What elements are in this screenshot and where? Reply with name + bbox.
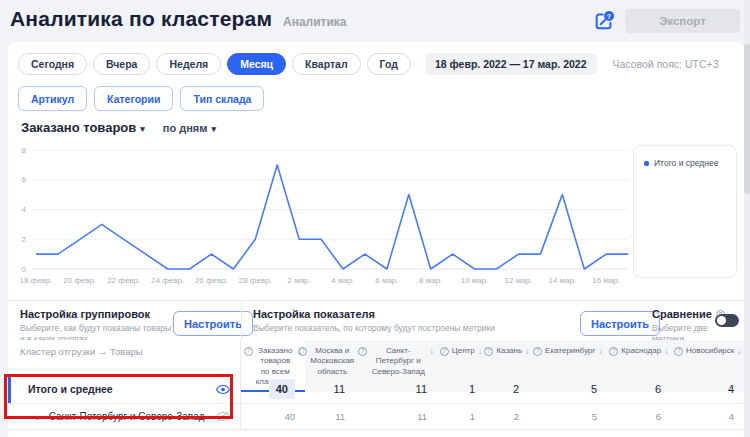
cell-value: 40 (241, 383, 305, 395)
cell-value: 4 (671, 383, 744, 395)
y-axis-tick-label: 0 (22, 265, 27, 274)
metric-info-icon[interactable]: ? (484, 347, 493, 356)
period-pill-today[interactable]: Сегодня (18, 53, 87, 75)
cell-value: 2 (485, 383, 529, 395)
row-label: Санкт-Петербург и Северо-Запад (49, 411, 205, 422)
period-pill-quarter[interactable]: Квартал (292, 53, 361, 75)
y-axis-tick-label: 8 (22, 146, 27, 155)
metric-info-icon[interactable]: ? (533, 347, 542, 356)
cell-value: 11 (305, 383, 355, 395)
visibility-on-icon[interactable] (216, 384, 230, 395)
filter-button-categories[interactable]: Категории (94, 86, 173, 111)
metric-select[interactable]: Заказано товаров▾ (21, 120, 145, 135)
orders-line-chart: 0246818 февр.20 февр.22 февр.24 февр.26 … (8, 139, 638, 289)
granularity-select-label: по дням (163, 122, 208, 134)
svg-text:?: ? (607, 12, 612, 21)
period-pill-month[interactable]: Месяц (227, 53, 286, 75)
indicator-subtitle: Выберите показатель, по которому будут п… (253, 323, 583, 334)
grouping-title: Настройка группировок (20, 308, 172, 320)
metric-info-icon[interactable]: ? (298, 347, 307, 356)
sorted-value-highlight: 40 (269, 379, 295, 399)
column-header-label: Центр (452, 346, 475, 388)
x-axis-tick-label: 10 мар. (461, 276, 489, 285)
cell-value: 40 (241, 411, 305, 422)
column-header-label: Краснодар (621, 346, 661, 388)
cell-value: 2 (485, 411, 529, 422)
configure-indicator-button[interactable]: Настроить (580, 311, 660, 336)
cell-value: 1 (437, 411, 485, 422)
sort-desc-icon[interactable]: ↓ (664, 346, 669, 388)
filter-button-warehouse-type[interactable]: Тип склада (180, 86, 264, 111)
legend-item[interactable]: Итого и среднее (644, 158, 726, 168)
content-card: СегодняВчераНеделяМесяцКварталГод 18 фев… (8, 42, 744, 437)
x-axis-tick-label: 18 февр. (19, 276, 52, 285)
x-axis-tick-label: 14 мар. (548, 276, 576, 285)
metric-info-icon[interactable]: ? (244, 347, 253, 356)
x-axis-tick-label: 8 мар. (419, 276, 442, 285)
period-filter-row: СегодняВчераНеделяМесяцКварталГод 18 фев… (18, 53, 718, 75)
row-count-label: Кол-во строк: 1 из 1 (8, 430, 744, 437)
date-range-chip[interactable]: 18 февр. 2022 — 17 мар. 2022 (425, 53, 597, 75)
sort-desc-icon[interactable]: ↓ (598, 346, 603, 388)
filter-button-article[interactable]: Артикул (18, 86, 87, 111)
y-axis-tick-label: 6 (22, 175, 27, 184)
metric-info-icon[interactable]: ? (674, 347, 683, 356)
sort-desc-icon[interactable]: ↓ (478, 346, 483, 388)
metric-info-icon[interactable]: ? (609, 347, 618, 356)
column-header-label: Новосибирск (686, 346, 734, 388)
chevron-down-icon: ▾ (140, 124, 145, 134)
x-axis-tick-label: 6 мар. (375, 276, 398, 285)
settings-divider (241, 301, 242, 340)
timezone-label: Часовой пояс: UTC+3 (613, 58, 719, 70)
y-axis-tick-label: 2 (22, 235, 27, 244)
cell-value: 5 (529, 411, 607, 422)
x-axis-tick-label: 26 февр. (195, 276, 228, 285)
metric-select-label: Заказано товаров (21, 120, 136, 135)
x-axis-tick-label: 12 мар. (505, 276, 533, 285)
visibility-off-icon[interactable] (216, 411, 230, 422)
export-button[interactable]: Экспорт (625, 9, 740, 33)
period-pill-year[interactable]: Год (367, 53, 411, 75)
breadcrumb[interactable]: Аналитика (283, 15, 347, 29)
indicator-title: Настройка показателя (253, 308, 583, 320)
chart-controls: Заказано товаров▾ по дням▾ (21, 120, 216, 135)
sort-desc-icon[interactable]: ↓ (737, 346, 742, 388)
metric-info-icon[interactable]: ? (358, 347, 367, 356)
topbar: Аналитика по кластерам Аналитика ? Экспо… (0, 0, 750, 42)
sort-desc-icon[interactable]: ↓ (430, 346, 435, 388)
comparison-toggle[interactable] (715, 314, 739, 327)
chevron-right-icon[interactable]: › (36, 411, 40, 423)
row-label-cell: Итого и среднее (8, 375, 241, 403)
table-row-cluster[interactable]: ›Санкт-Петербург и Северо-Запад401111125… (8, 403, 744, 429)
cell-value: 11 (305, 411, 355, 422)
column-header-label: Санкт-Петербург и Северо-Запад (370, 346, 427, 388)
cell-value: 11 (355, 383, 437, 395)
legend-marker-icon (644, 161, 649, 166)
export-help-icon[interactable]: ? (593, 10, 615, 32)
settings-band: Настройка группировок Выберите, как буду… (8, 300, 744, 340)
period-pill-yesterday[interactable]: Вчера (93, 53, 150, 75)
dimension-filter-group: АртикулКатегорииТип склада (18, 86, 264, 111)
x-axis-tick-label: 4 мар. (331, 276, 354, 285)
column-header-label: Москва и Московская область (310, 346, 354, 388)
period-pill-week[interactable]: Неделя (156, 53, 221, 75)
series-line-итого-и-среднее (36, 165, 628, 269)
analytics-clusters-page: Аналитика по кластерам Аналитика ? Экспо… (0, 0, 750, 437)
clusters-table-header: Кластер отгрузки → Товары?Заказано товар… (8, 340, 744, 374)
cell-value: 4 (671, 411, 744, 422)
indicator-settings: Настройка показателя Выберите показатель… (253, 308, 583, 334)
granularity-select[interactable]: по дням▾ (163, 122, 216, 134)
scrollbar-thumb[interactable] (744, 44, 750, 194)
cell-value: 11 (355, 411, 437, 422)
x-axis-tick-label: 24 февр. (151, 276, 184, 285)
metric-info-icon[interactable]: ? (440, 347, 449, 356)
column-header-label: Казань (496, 346, 522, 388)
comparison-title: Сравнение (652, 308, 712, 320)
cell-value: 1 (437, 383, 485, 395)
cell-value: 6 (607, 383, 671, 395)
x-axis-tick-label: 16 мар. (592, 276, 620, 285)
row-label: Итого и среднее (28, 383, 113, 395)
legend-label: Итого и среднее (654, 158, 718, 168)
clusters-table: Кластер отгрузки → Товары?Заказано товар… (8, 340, 744, 437)
page-scrollbar[interactable] (744, 0, 750, 437)
